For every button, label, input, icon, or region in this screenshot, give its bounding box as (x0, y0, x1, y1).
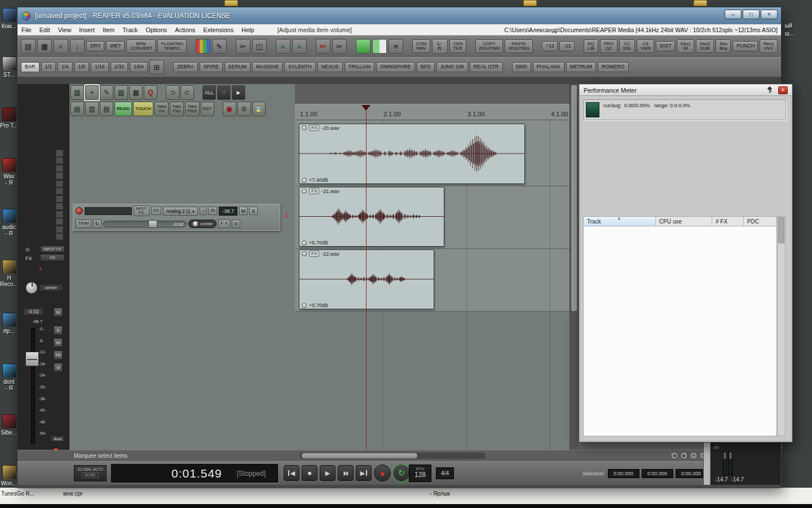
media-item[interactable]: FX-21.wav +5.70dB (299, 187, 444, 247)
mixer-trim-button[interactable]: TR (54, 351, 63, 360)
item-volume-knob-icon[interactable] (302, 125, 307, 130)
list-view-3-icon[interactable]: ▤ (100, 102, 113, 116)
romero-button[interactable]: ROMERO (598, 62, 629, 72)
mixer-input-fx-button[interactable]: INPUT FX (40, 246, 65, 253)
heal-splits-icon[interactable]: ✂ (332, 39, 347, 54)
desktop-icon-image[interactable] (2, 56, 16, 71)
item-fx-button[interactable]: FX (309, 251, 319, 257)
trash-icon[interactable]: ▦ (37, 39, 52, 54)
grid-quarter-button[interactable]: 1/4 (58, 62, 73, 72)
desktop-icon-image[interactable] (2, 364, 16, 378)
desktop-item-label[interactable]: TunesGo R... (1, 491, 34, 497)
record-arm-icon[interactable]: ◉ (223, 102, 236, 116)
floating-tempo-button[interactable]: FLOATING TEMPO (157, 40, 187, 54)
play-icon[interactable]: ▶ (320, 465, 336, 481)
dots-menu-icon[interactable]: ∷ (217, 85, 231, 100)
metrum-button[interactable]: METRUM (566, 62, 597, 72)
grid-settings-icon[interactable]: ⊞ (149, 60, 164, 75)
arrange-view[interactable]: 1.1.002.1.003.1.004.1.00 FX-20.wav +7.40… (295, 84, 570, 450)
eq-lib-button[interactable]: EQ LIB (584, 40, 598, 54)
zoom-icon[interactable]: ⌕ (54, 39, 68, 54)
item-edit-icon[interactable]: ▨ (114, 85, 128, 100)
monitor-button[interactable]: IN (208, 207, 217, 214)
unsplit-icon[interactable]: ✂ (316, 39, 330, 54)
desktop-icon[interactable]: ST... (0, 56, 18, 78)
s5000-button[interactable]: 5000 (512, 62, 531, 72)
copy-routing-button[interactable]: COPY ROUTING (475, 40, 503, 54)
pencil-draw-icon[interactable]: ✎ (100, 85, 113, 100)
eko2-dub-button[interactable]: Eko2 DUB (696, 40, 714, 54)
mixer-io-button[interactable]: I/O (40, 254, 65, 261)
time-signature[interactable]: 4/4 (436, 467, 454, 479)
take-pan-button[interactable]: Take Pan (170, 102, 184, 116)
spire-button[interactable]: SPIRE (200, 62, 223, 72)
item-gain-knob-icon[interactable] (302, 303, 307, 308)
omnisphere-button[interactable]: OMNISPHRE (376, 62, 415, 72)
trillian-button[interactable]: TRILLIAN (345, 62, 375, 72)
mute-button[interactable]: M (239, 207, 248, 215)
mixer-scrollbar[interactable] (704, 443, 710, 485)
grid-half-button[interactable]: 1/2 (41, 62, 56, 72)
automation-read-button[interactable]: READ (114, 102, 132, 116)
phalanx-button[interactable]: PHALANX (533, 62, 564, 72)
fade-in-shape-icon[interactable]: ⊃ (166, 85, 179, 100)
trim-mode-button[interactable]: TRIM (76, 220, 91, 227)
center-button[interactable]: CEN TER (449, 40, 466, 54)
volume-slider[interactable]: -0.02 (103, 221, 187, 227)
fx-button[interactable]: F X (218, 220, 230, 227)
mixer-solo-button[interactable]: S (54, 326, 63, 335)
minimize-window-icon[interactable]: – (725, 10, 742, 19)
volume-slider-handle[interactable] (148, 220, 157, 228)
column-header-fx[interactable]: # FX (712, 217, 744, 226)
power-icon[interactable]: ⊙ (25, 247, 30, 252)
menu-help[interactable]: Help (237, 27, 258, 33)
go-to-start-icon[interactable]: ◀ (284, 465, 299, 481)
mixer-mute-button[interactable]: M (54, 308, 63, 317)
item-volume-knob-icon[interactable] (302, 251, 307, 256)
fx-enable-icon[interactable]: ⊙ (232, 220, 241, 228)
mixer-no-input-button[interactable]: ⊘ (54, 363, 63, 372)
item-gain-knob-icon[interactable] (302, 240, 307, 246)
fade-out-shape-icon[interactable]: ⊂ (180, 85, 194, 100)
take-pitch-button[interactable]: Take Pitch (185, 102, 200, 116)
desktop-icon[interactable]: Wav - Я (0, 158, 18, 186)
record-icon[interactable]: ● (374, 465, 391, 481)
desktop-icon-image[interactable] (2, 158, 16, 172)
desktop-icon[interactable]: Sibe... (0, 414, 18, 436)
folder-icon[interactable] (523, 0, 537, 6)
desktop-icon[interactable]: Won... (0, 465, 18, 487)
empty-track-area[interactable] (295, 312, 570, 450)
wait-hourglass-icon[interactable]: ⌛ (252, 102, 266, 116)
menu-track[interactable]: Track (118, 27, 142, 33)
eko1-ni-button[interactable]: Eko1 NI (677, 40, 695, 54)
move-items-icon[interactable]: + (85, 85, 99, 100)
pan-knob[interactable] (25, 282, 38, 294)
desktop-icon[interactable]: audic - Я (0, 209, 18, 237)
wet-button[interactable]: WET (106, 41, 125, 51)
performance-meter-titlebar[interactable]: Performance Meter × (580, 85, 792, 96)
desktop-icon-image[interactable] (2, 465, 16, 479)
menu-file[interactable]: File (17, 27, 36, 33)
item-volume-knob-icon[interactable] (302, 189, 307, 194)
menu-edit[interactable]: Edit (36, 27, 54, 33)
eko-boy-button[interactable]: Eko Boy (716, 40, 731, 54)
zebra-button[interactable]: ZEBRA (173, 62, 198, 72)
close-icon[interactable]: × (778, 86, 788, 94)
grid-bar-button[interactable]: BAR (21, 62, 39, 72)
quantize-magnet-icon[interactable]: Q (144, 85, 157, 100)
grid-items-icon[interactable]: ▦ (129, 85, 143, 100)
item-properties-icon[interactable] (356, 39, 370, 54)
save-icon[interactable]: ↓ (70, 39, 85, 54)
arrange-vertical-scrollbar[interactable] (570, 84, 578, 450)
rev1-button[interactable]: Rev1 VVV (760, 40, 778, 54)
desktop-item-label[interactable]: мне.срг (63, 491, 83, 497)
all-button[interactable]: ALL (202, 85, 216, 100)
desktop-icon-image[interactable] (2, 209, 16, 223)
edit-cursor-marker[interactable] (361, 105, 370, 111)
column-header-cpu[interactable]: CPU use (656, 217, 712, 226)
desktop-item-label[interactable]: ый (785, 23, 792, 29)
nudge-left-icon[interactable]: « (276, 39, 290, 54)
real-gtr-button[interactable]: REAL GTR (470, 62, 503, 72)
scroll-right-icon[interactable]: ▸ (680, 452, 688, 459)
input-fx-button[interactable]: INPUT FX (134, 205, 149, 217)
